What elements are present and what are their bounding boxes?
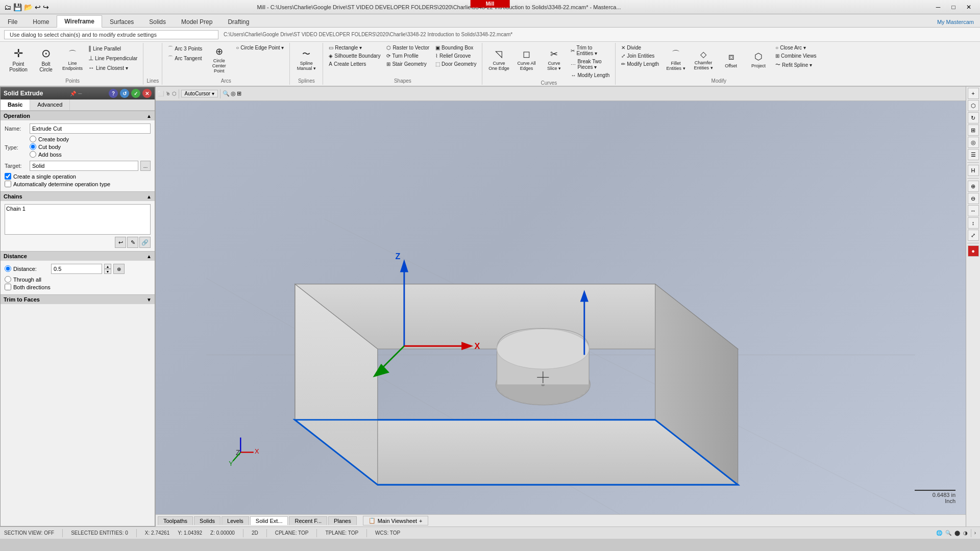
- create-letters-button[interactable]: A Create Letters: [326, 60, 383, 68]
- arc-tangent-button[interactable]: ⌒ Arc Tangent: [165, 54, 205, 63]
- tab-basic[interactable]: Basic: [1, 99, 30, 110]
- zoom-in-button[interactable]: +: [968, 88, 979, 99]
- dialog-pin-icon[interactable]: 📌: [70, 91, 76, 96]
- add-boss-radio[interactable]: [30, 151, 36, 158]
- view-icon3[interactable]: ⊞: [237, 90, 241, 97]
- view-icon2[interactable]: ◎: [231, 90, 236, 97]
- dialog-ok-button[interactable]: ✓: [131, 89, 140, 98]
- tab-home[interactable]: Home: [25, 16, 57, 28]
- dist-down-button[interactable]: ▼: [104, 269, 111, 274]
- operation-header[interactable]: Operation ▲: [1, 111, 155, 120]
- name-input[interactable]: [30, 123, 151, 134]
- status-icon-2[interactable]: 🔍: [945, 530, 951, 536]
- cut-body-radio[interactable]: [30, 143, 36, 150]
- tab-recent-f[interactable]: Recent F...: [289, 516, 327, 525]
- join-entities-button[interactable]: ⤢ Join Entities: [619, 52, 662, 60]
- chains-header[interactable]: Chains ▲: [1, 191, 155, 201]
- right-tool-6[interactable]: ☰: [968, 149, 979, 160]
- turn-profile-button[interactable]: ⟳ Turn Profile: [384, 52, 432, 60]
- dialog-help-button[interactable]: ?: [109, 89, 118, 98]
- right-tool-11[interactable]: ↕: [968, 217, 979, 229]
- chamfer-entities-button[interactable]: ◇ ChamferEntities ▾: [690, 44, 717, 76]
- right-tool-12[interactable]: ⤢: [968, 230, 979, 241]
- tab-solid-ext[interactable]: Solid Ext...: [250, 516, 288, 525]
- target-input[interactable]: [30, 161, 138, 171]
- fillet-entities-button[interactable]: ⌒ FilletEntities ▾: [663, 44, 689, 76]
- door-geometry-button[interactable]: ⬚ Door Geometry: [433, 60, 479, 68]
- distance-unit-button[interactable]: ⊕: [113, 264, 125, 274]
- tab-advanced[interactable]: Advanced: [30, 99, 70, 110]
- viewsheet-add-icon[interactable]: +: [419, 518, 422, 524]
- status-icon-3[interactable]: ⬤: [954, 530, 960, 536]
- right-tool-7[interactable]: H: [968, 165, 979, 176]
- my-mastercam-link[interactable]: My Mastercam: [931, 17, 980, 27]
- rectangle-button[interactable]: ▭ Rectangle ▾: [326, 44, 383, 52]
- chain-link-button[interactable]: 🔗: [139, 237, 151, 248]
- right-tool-red[interactable]: ●: [968, 245, 979, 257]
- dist-up-button[interactable]: ▲: [104, 264, 111, 269]
- line-closest-button[interactable]: ↔ Line Closest ▾: [86, 63, 140, 72]
- tab-file[interactable]: File: [0, 16, 25, 28]
- right-tool-5[interactable]: ◎: [968, 137, 979, 148]
- trim-header[interactable]: Trim to Faces ▼: [1, 294, 155, 304]
- combine-views-button[interactable]: ⊞ Combine Views: [773, 52, 819, 60]
- divide-button[interactable]: ✕ Divide: [619, 44, 662, 52]
- curve-slice-button[interactable]: ✂ CurveSlice ▾: [541, 44, 567, 76]
- chain-edit-button[interactable]: ✎: [127, 237, 138, 248]
- close-arc-button[interactable]: ○ Close Arc ▾: [773, 44, 819, 52]
- modify-length-btn2[interactable]: ✏ Modify Length: [619, 60, 662, 68]
- modify-length-button[interactable]: ↔ Modify Length: [568, 71, 612, 79]
- distance-radio[interactable]: [5, 265, 11, 272]
- viewport[interactable]: Z X Z: [156, 101, 966, 514]
- project-button[interactable]: ⬡ Project: [745, 44, 772, 76]
- right-tool-3[interactable]: ↻: [968, 112, 979, 123]
- right-tool-4[interactable]: ⊞: [968, 124, 979, 136]
- tab-wireframe[interactable]: Wireframe: [57, 15, 102, 28]
- status-arrow-icon[interactable]: ›: [974, 530, 976, 536]
- single-operation-checkbox[interactable]: [5, 173, 11, 180]
- bounding-box-button[interactable]: ▣ Bounding Box: [433, 44, 479, 52]
- dialog-reset-button[interactable]: ↺: [120, 89, 129, 98]
- point-position-button[interactable]: ✛ PointPosition: [5, 44, 32, 76]
- target-browse-button[interactable]: ...: [140, 161, 151, 171]
- distance-input[interactable]: [51, 264, 102, 274]
- chain-item-1[interactable]: Chain 1: [6, 206, 149, 212]
- tab-solids[interactable]: Solids: [141, 16, 174, 28]
- tab-solids[interactable]: Solids: [194, 516, 220, 525]
- distance-header[interactable]: Distance ▲: [1, 251, 155, 261]
- main-viewsheet-tab[interactable]: 📋 Main Viewsheet +: [363, 516, 428, 525]
- offset-button[interactable]: ⧈ Offset: [718, 44, 744, 76]
- line-endpoints-button[interactable]: ⌒ LineEndpoints: [60, 44, 85, 76]
- through-all-radio[interactable]: [5, 276, 11, 283]
- refit-spline-button[interactable]: 〜 Refit Spline ▾: [773, 60, 819, 69]
- create-body-radio[interactable]: [30, 136, 36, 142]
- right-tool-9[interactable]: ⊖: [968, 193, 979, 204]
- auto-determine-checkbox[interactable]: [5, 181, 11, 187]
- tab-surfaces[interactable]: Surfaces: [102, 16, 141, 28]
- chain-rechain-button[interactable]: ↩: [115, 237, 126, 248]
- circle-edge-point-button[interactable]: ○ Circle Edge Point ▾: [233, 44, 286, 52]
- right-tool-10[interactable]: ↔: [968, 205, 979, 216]
- tab-model-prep[interactable]: Model Prep: [174, 16, 220, 28]
- bolt-circle-button[interactable]: ⊙ BoltCircle: [33, 44, 59, 76]
- minimize-button[interactable]: ─: [931, 2, 945, 13]
- tab-drafting[interactable]: Drafting: [220, 16, 257, 28]
- dialog-minimize-icon[interactable]: ─: [78, 91, 82, 96]
- both-directions-checkbox[interactable]: [5, 284, 11, 290]
- line-perpendicular-button[interactable]: ⊥ Line Perpendicular: [86, 54, 140, 63]
- status-icon-4[interactable]: ◑: [963, 530, 968, 536]
- silhouette-boundary-button[interactable]: ◈ Silhouette Boundary: [326, 52, 383, 60]
- curve-all-edges-button[interactable]: ◻ Curve AllEdges: [513, 44, 540, 76]
- arc-3-points-button[interactable]: ⌒ Arc 3 Points: [165, 44, 205, 53]
- curve-one-edge-button[interactable]: ◹ CurveOne Edge: [485, 44, 512, 76]
- trim-to-entities-button[interactable]: ✂ Trim toEntities ▾: [568, 44, 612, 57]
- relief-groove-button[interactable]: ⌇ Relief Groove: [433, 52, 479, 60]
- close-button[interactable]: ✕: [962, 2, 976, 13]
- raster-to-vector-button[interactable]: ⬡ Raster to Vector: [384, 44, 432, 52]
- autocursor-button[interactable]: AutoCursor ▾: [181, 90, 218, 97]
- tab-toolpaths[interactable]: Toolpaths: [158, 516, 193, 525]
- tab-levels[interactable]: Levels: [222, 516, 249, 525]
- circle-center-point-button[interactable]: ⊕ CircleCenter Point: [206, 44, 232, 76]
- maximize-button[interactable]: □: [946, 2, 961, 13]
- dialog-cancel-button[interactable]: ✕: [142, 89, 152, 98]
